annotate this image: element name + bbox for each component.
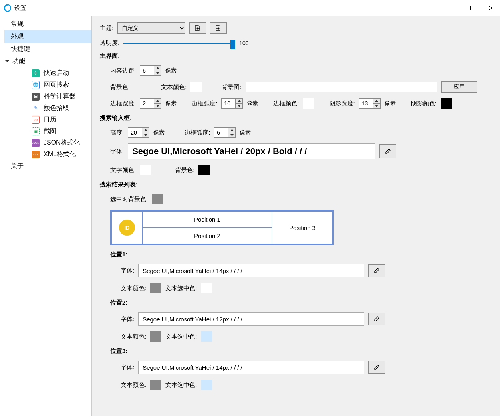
sidebar-item-calculator[interactable]: ⊞科学计算器 bbox=[4, 91, 91, 102]
preview-position-3: Position 3 bbox=[272, 212, 332, 244]
bg-color-swatch[interactable] bbox=[134, 82, 145, 92]
search-radius-label: 边框弧度: bbox=[185, 129, 210, 137]
eyedropper-icon: ✎ bbox=[32, 104, 40, 112]
text-color-label: 文本颜色: bbox=[161, 83, 187, 91]
preview-icon-cell: ID bbox=[112, 212, 143, 244]
selected-bg-swatch[interactable] bbox=[152, 194, 163, 204]
svg-rect-2 bbox=[471, 6, 474, 10]
sidebar-item-screenshot[interactable]: ▣截图 bbox=[4, 125, 91, 137]
search-input-header: 搜索输入框: bbox=[100, 114, 492, 122]
content-padding-field[interactable] bbox=[140, 65, 161, 76]
apply-bgimg-button[interactable]: 应用 bbox=[441, 81, 477, 93]
border-width-field[interactable] bbox=[140, 98, 161, 109]
sidebar-item-shortcuts[interactable]: 快捷键 bbox=[4, 43, 91, 55]
search-bg-color-swatch[interactable] bbox=[198, 165, 210, 175]
sidebar-item-websearch[interactable]: 🌐网页搜索 bbox=[4, 79, 91, 91]
search-font-display: Segoe UI,Microsoft YaHei / 20px / Bold /… bbox=[128, 143, 375, 159]
pos2-text-color-label: 文本颜色: bbox=[121, 333, 146, 341]
shadow-color-label: 阴影颜色: bbox=[411, 100, 437, 107]
pos2-text-color-swatch[interactable] bbox=[150, 331, 161, 342]
pos3-font-label: 字体: bbox=[121, 364, 134, 371]
pos1-font-edit-button[interactable] bbox=[368, 264, 385, 277]
close-button[interactable] bbox=[482, 2, 500, 14]
window-title: 设置 bbox=[14, 4, 26, 12]
pos3-text-color-swatch[interactable] bbox=[150, 380, 161, 390]
bgimg-field[interactable] bbox=[246, 82, 437, 92]
pos2-font-label: 字体: bbox=[121, 315, 134, 323]
shadow-width-label: 阴影宽度: bbox=[329, 100, 355, 107]
shadow-width-field[interactable] bbox=[359, 98, 381, 109]
search-bg-color-label: 背景色: bbox=[175, 166, 194, 174]
titlebar: 设置 bbox=[0, 0, 504, 16]
result-list-header: 搜索结果列表: bbox=[100, 181, 492, 188]
maximize-button[interactable] bbox=[463, 2, 482, 14]
border-width-label: 边框宽度: bbox=[110, 100, 136, 107]
bgimg-label: 背景图: bbox=[222, 83, 241, 91]
border-radius-field[interactable] bbox=[221, 98, 243, 109]
main-ui-header: 主界面: bbox=[100, 52, 492, 60]
layout-preview: ID Position 1 Position 2 Position 3 bbox=[110, 210, 334, 245]
border-radius-label: 边框弧度: bbox=[192, 100, 217, 107]
calendar-icon: 29 bbox=[32, 116, 40, 124]
pos1-text-color-swatch[interactable] bbox=[150, 283, 161, 293]
paper-plane-icon: ✈ bbox=[32, 69, 40, 77]
pos3-sel-color-swatch[interactable] bbox=[201, 380, 212, 390]
json-icon: JSON bbox=[32, 139, 40, 147]
pos1-font-label: 字体: bbox=[121, 267, 134, 275]
pos2-sel-color-label: 文本选中色: bbox=[165, 333, 197, 341]
sidebar: 常规 外观 快捷键 功能 ✈快速启动 🌐网页搜索 ⊞科学计算器 ✎颜色拾取 29… bbox=[4, 16, 92, 416]
calculator-icon: ⊞ bbox=[32, 93, 40, 101]
search-text-color-label: 文字颜色: bbox=[110, 166, 136, 174]
minimize-button[interactable] bbox=[445, 2, 463, 14]
sidebar-item-general[interactable]: 常规 bbox=[4, 18, 91, 30]
pos3-font-edit-button[interactable] bbox=[368, 361, 385, 374]
search-radius-field[interactable] bbox=[214, 127, 236, 138]
selected-bg-label: 选中时背景色: bbox=[110, 196, 148, 203]
search-font-label: 字体: bbox=[110, 148, 124, 155]
search-text-color-swatch[interactable] bbox=[140, 165, 151, 175]
theme-select[interactable]: 自定义 bbox=[117, 22, 185, 34]
pos3-sel-color-label: 文本选中色: bbox=[165, 381, 197, 389]
search-height-field[interactable] bbox=[128, 127, 149, 138]
import-theme-button[interactable] bbox=[189, 22, 206, 34]
screenshot-icon: ▣ bbox=[32, 127, 40, 135]
sidebar-item-features[interactable]: 功能 bbox=[4, 55, 91, 67]
pixel-unit: 像素 bbox=[165, 67, 177, 74]
preview-id-badge: ID bbox=[119, 220, 135, 236]
border-color-label: 边框颜色: bbox=[273, 100, 299, 107]
preview-position-1: Position 1 bbox=[143, 212, 272, 228]
border-color-swatch[interactable] bbox=[303, 98, 314, 109]
sidebar-item-about[interactable]: 关于 bbox=[4, 160, 91, 172]
export-theme-button[interactable] bbox=[210, 22, 227, 34]
opacity-slider[interactable] bbox=[123, 40, 235, 47]
text-color-swatch[interactable] bbox=[190, 82, 202, 92]
pos3-text-color-label: 文本颜色: bbox=[121, 381, 146, 389]
position3-header: 位置3: bbox=[110, 347, 492, 355]
content-padding-label: 内容边距: bbox=[110, 67, 136, 75]
sidebar-item-xml[interactable]: </>XML格式化 bbox=[4, 149, 91, 160]
pos1-font-display: Segoe UI,Microsoft YaHei / 14px / / / / bbox=[138, 264, 364, 277]
pos2-sel-color-swatch[interactable] bbox=[201, 331, 212, 342]
opacity-label: 透明度: bbox=[100, 39, 119, 47]
pos1-sel-color-label: 文本选中色: bbox=[165, 285, 197, 292]
pos3-font-display: Segoe UI,Microsoft YaHei / 14px / / / / bbox=[138, 361, 364, 374]
sidebar-item-json[interactable]: JSONJSON格式化 bbox=[4, 137, 91, 149]
sidebar-item-appearance[interactable]: 外观 bbox=[4, 30, 91, 43]
sidebar-item-colorpicker[interactable]: ✎颜色拾取 bbox=[4, 102, 91, 114]
globe-icon: 🌐 bbox=[32, 81, 40, 89]
search-height-label: 高度: bbox=[110, 129, 124, 137]
pos1-sel-color-swatch[interactable] bbox=[201, 283, 212, 293]
opacity-value: 100 bbox=[239, 40, 248, 46]
position2-header: 位置2: bbox=[110, 299, 492, 307]
pos2-font-display: Segoe UI,Microsoft YaHei / 12px / / / / bbox=[138, 312, 364, 326]
shadow-color-swatch[interactable] bbox=[441, 98, 452, 109]
sidebar-item-calendar[interactable]: 29日历 bbox=[4, 114, 91, 125]
pos2-font-edit-button[interactable] bbox=[368, 313, 385, 325]
app-icon bbox=[4, 4, 11, 12]
sidebar-item-quicklaunch[interactable]: ✈快速启动 bbox=[4, 67, 91, 79]
bg-color-label: 背景色: bbox=[110, 83, 130, 91]
position1-header: 位置1: bbox=[110, 251, 492, 258]
pos1-text-color-label: 文本颜色: bbox=[121, 285, 146, 292]
xml-icon: </> bbox=[32, 151, 40, 158]
search-font-edit-button[interactable] bbox=[379, 144, 396, 158]
